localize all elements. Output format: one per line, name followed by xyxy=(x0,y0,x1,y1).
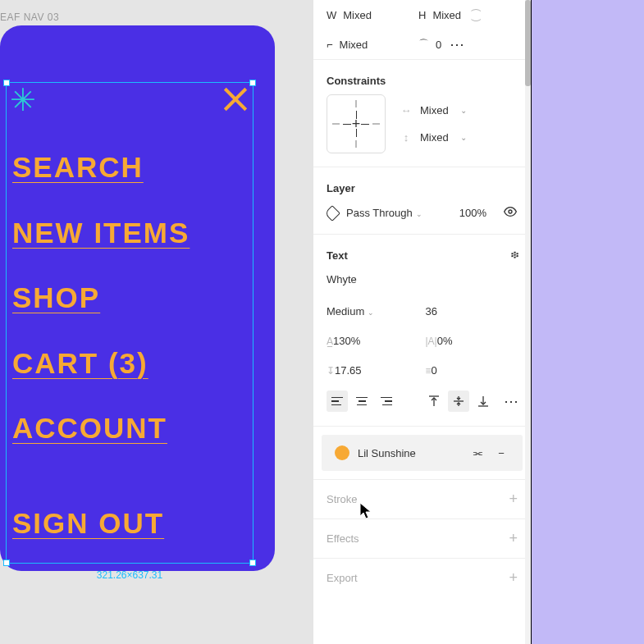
align-center-button[interactable] xyxy=(351,391,372,412)
constraint-v-dropdown[interactable]: ↕ Mixed ⌄ xyxy=(400,131,467,144)
v-arrow-icon: ↕ xyxy=(400,131,412,144)
rotation-value[interactable]: Mixed xyxy=(340,39,368,51)
h-arrow-icon: ↔ xyxy=(400,104,412,116)
letter-spacing-input[interactable]: 0% xyxy=(437,335,453,347)
layer-section: Layer Pass Through⌄ 100% xyxy=(313,167,531,234)
rotation-icon: ⌐ xyxy=(327,39,333,51)
line-height-icon: A̲ xyxy=(327,336,333,347)
align-left-button[interactable] xyxy=(327,391,348,412)
chevron-down-icon: ⌄ xyxy=(368,308,374,317)
layer-title: Layer xyxy=(327,182,355,194)
link-dims-icon[interactable]: ⁐ xyxy=(468,9,484,21)
scrollbar-track[interactable] xyxy=(525,0,531,644)
width-label: W xyxy=(327,9,336,21)
paragraph-spacing-input[interactable]: 17.65 xyxy=(335,364,362,377)
indent-input[interactable]: 0 xyxy=(432,364,437,377)
dimensions-row-rot: ⌐ Mixed ⌒ 0 ⋯ xyxy=(313,30,531,59)
width-value[interactable]: Mixed xyxy=(343,9,372,21)
resize-handle[interactable] xyxy=(3,80,10,86)
effects-section[interactable]: Effects + xyxy=(313,518,531,558)
resize-handle[interactable] xyxy=(249,80,256,86)
letter-spacing-icon: |A| xyxy=(426,336,437,347)
canvas-area[interactable]: EAF NAV 03 ✳ SEARCH NEW ITEMS SHOP CART … xyxy=(0,0,313,644)
stroke-section[interactable]: Stroke + xyxy=(313,479,531,518)
add-effects-icon[interactable]: + xyxy=(509,530,518,547)
font-weight-dropdown[interactable]: Medium⌄ xyxy=(327,305,419,317)
scrollbar-thumb[interactable] xyxy=(525,0,531,86)
paragraph-spacing-icon: ↧ xyxy=(327,365,335,377)
indent-icon: ≡ xyxy=(426,365,432,377)
svg-point-0 xyxy=(509,210,512,213)
right-canvas-strip[interactable] xyxy=(531,0,644,644)
height-value[interactable]: Mixed xyxy=(432,9,461,21)
constraints-widget[interactable]: + xyxy=(327,94,386,153)
resize-handle[interactable] xyxy=(249,560,256,566)
detach-style-icon[interactable]: ⫘ xyxy=(468,447,485,459)
chevron-down-icon: ⌄ xyxy=(460,106,467,115)
radius-value[interactable]: 0 xyxy=(436,39,441,51)
more-dims-icon[interactable]: ⋯ xyxy=(448,35,464,53)
effects-title: Effects xyxy=(327,532,359,545)
export-title: Export xyxy=(327,572,358,584)
text-more-button[interactable]: ⋯ xyxy=(504,392,518,410)
selection-dimensions: 321.26×637.31 xyxy=(97,569,162,581)
dimensions-row-wh: W Mixed H Mixed ⁐ xyxy=(313,0,531,30)
fill-style-row[interactable]: Lil Sunshine ⫘ − xyxy=(322,435,523,471)
constraint-h-dropdown[interactable]: ↔ Mixed ⌄ xyxy=(400,104,467,116)
fill-swatch[interactable] xyxy=(335,445,349,460)
add-export-icon[interactable]: + xyxy=(509,569,518,587)
line-height-input[interactable]: 130% xyxy=(333,335,360,347)
chevron-down-icon: ⌄ xyxy=(416,210,422,218)
font-size-input[interactable]: 36 xyxy=(426,305,518,317)
fill-style-name: Lil Sunshine xyxy=(358,447,460,459)
frame-label: EAF NAV 03 xyxy=(0,11,59,23)
stroke-title: Stroke xyxy=(327,493,358,505)
resize-handle[interactable] xyxy=(3,560,10,566)
font-family-dropdown[interactable]: Whyte xyxy=(327,273,518,285)
radius-icon: ⌒ xyxy=(418,37,429,52)
text-title: Text xyxy=(327,249,348,262)
chevron-down-icon: ⌄ xyxy=(460,133,467,142)
selection-outline[interactable]: 321.26×637.31 xyxy=(6,82,253,564)
text-align-group xyxy=(327,391,397,412)
properties-panel: W Mixed H Mixed ⁐ ⌐ Mixed ⌒ 0 ⋯ Constrai… xyxy=(313,0,531,644)
constraints-title: Constraints xyxy=(327,75,386,87)
align-right-button[interactable] xyxy=(376,391,397,412)
export-section[interactable]: Export + xyxy=(313,558,531,597)
height-label: H xyxy=(418,9,426,21)
align-middle-button[interactable] xyxy=(448,391,469,412)
text-type-icon[interactable]: ፨ xyxy=(511,249,518,262)
remove-fill-icon[interactable]: − xyxy=(493,447,509,459)
constraints-section: Constraints + ↔ Mixed ⌄ ↕ Mixed ⌄ xyxy=(313,59,531,167)
blend-teardrop-icon xyxy=(324,205,340,222)
align-top-button[interactable] xyxy=(423,391,445,412)
blend-mode-dropdown[interactable]: Pass Through⌄ xyxy=(346,207,451,219)
opacity-value[interactable]: 100% xyxy=(459,207,486,219)
vertical-align-group xyxy=(423,391,494,412)
nav-frame[interactable]: ✳ SEARCH NEW ITEMS SHOP CART (3) ACCOUNT… xyxy=(0,25,275,571)
text-section: Text ፨ Whyte Medium⌄ 36 A̲130% |A|0% ↧17… xyxy=(313,234,531,426)
eye-icon[interactable] xyxy=(503,205,518,221)
align-bottom-button[interactable] xyxy=(473,391,494,412)
fill-section: Lil Sunshine ⫘ − xyxy=(313,426,531,479)
add-stroke-icon[interactable]: + xyxy=(509,491,518,508)
